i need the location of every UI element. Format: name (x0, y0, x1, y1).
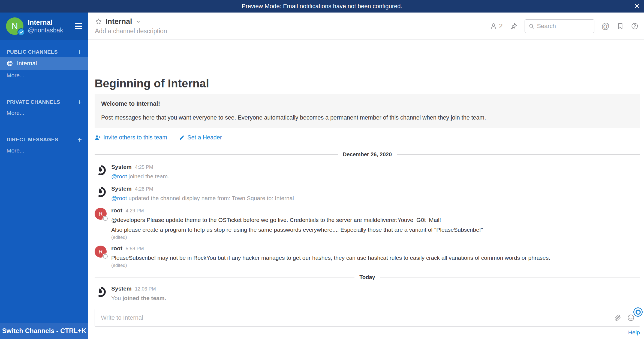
online-status-icon (17, 28, 25, 36)
message-time: 4:29 PM (126, 208, 144, 214)
offline-status-icon (103, 216, 108, 221)
channel-title[interactable]: Internal (106, 17, 132, 26)
message-author[interactable]: root (111, 245, 122, 252)
invite-others-label: Invite others to this team (103, 134, 167, 141)
system-avatar (95, 164, 107, 176)
message-text-bold: joined the team. (122, 295, 166, 301)
member-icon (490, 22, 497, 30)
tutorial-tip-icon[interactable] (633, 307, 643, 317)
message-row: R root 5:58 PM PleaseSubscribe! may not … (95, 242, 640, 270)
emoji-icon[interactable] (627, 314, 635, 322)
add-public-channel-icon[interactable]: + (77, 48, 82, 56)
system-avatar (95, 286, 107, 298)
mentions-icon[interactable]: @ (601, 22, 610, 31)
help-icon[interactable] (631, 22, 639, 30)
message-time: 12:06 PM (135, 286, 156, 292)
announcement-banner: Preview Mode: Email notifications have n… (0, 0, 644, 13)
message-text: joined the team. (127, 173, 169, 179)
more-direct-messages[interactable]: More... (0, 145, 88, 156)
channel-description-placeholder[interactable]: Add a channel description (95, 28, 490, 35)
mention-link[interactable]: @root (111, 173, 127, 179)
add-direct-message-icon[interactable]: + (77, 136, 82, 143)
channel-intro-title: Beginning of Internal (95, 77, 640, 90)
search-icon (529, 23, 534, 29)
message-row: R root 4:29 PM @developers Please update… (95, 204, 640, 242)
flagged-posts-icon[interactable] (617, 23, 624, 30)
message-text: PleaseSubscribe! may not be in RockYou b… (111, 254, 640, 262)
pin-icon[interactable] (510, 22, 517, 30)
channel-switcher-button[interactable]: Switch Channels - CTRL+K (0, 323, 88, 339)
chevron-down-icon[interactable] (136, 19, 141, 24)
mattermost-logo-icon (95, 286, 107, 298)
message-author[interactable]: System (111, 285, 132, 292)
pencil-icon (179, 135, 185, 141)
invite-others-link[interactable]: Invite others to this team (95, 134, 167, 141)
search-box[interactable] (525, 19, 594, 33)
user-avatar[interactable]: R (95, 246, 107, 258)
search-input[interactable] (537, 23, 590, 30)
public-channels-header: PUBLIC CHANNELS + (0, 47, 88, 57)
message-row: System 4:25 PM @root joined the team. (95, 161, 640, 183)
close-icon[interactable]: ✕ (634, 0, 640, 13)
message-text: You (111, 295, 122, 301)
globe-icon (7, 60, 13, 67)
message-area: Beginning of Internal Welcome to Interna… (88, 40, 644, 309)
message-time: 5:58 PM (126, 246, 144, 252)
announcement-banner-text: Preview Mode: Email notifications have n… (242, 3, 402, 10)
member-count-button[interactable]: 2 (490, 22, 502, 30)
set-header-link[interactable]: Set a Header (179, 134, 222, 141)
user-avatar[interactable]: R (95, 208, 107, 220)
help-link[interactable]: Help (628, 329, 640, 336)
mention-link[interactable]: @root (111, 195, 127, 201)
today-divider: Today (95, 274, 640, 280)
message-author[interactable]: System (111, 185, 132, 192)
message-composer[interactable] (95, 309, 640, 327)
direct-messages-label: DIRECT MESSAGES (7, 137, 77, 143)
sidebar-header[interactable]: N Internal @nontasbak (0, 13, 88, 40)
mattermost-logo-icon (95, 164, 107, 176)
composer-area: Help (88, 309, 644, 339)
message-author[interactable]: root (111, 207, 122, 214)
message-text: @developers Please update theme to the O… (111, 216, 640, 224)
invite-person-icon (95, 135, 101, 141)
message-time: 4:25 PM (135, 164, 153, 170)
private-channels-header: PRIVATE CHANNELS + (0, 97, 88, 107)
team-name: Internal (28, 18, 75, 26)
add-private-channel-icon[interactable]: + (77, 98, 82, 106)
welcome-title: Welcome to Internal! (101, 100, 633, 107)
message-row: System 12:06 PM You joined the team. (95, 283, 640, 304)
public-channels-label: PUBLIC CHANNELS (7, 49, 77, 55)
sidebar: N Internal @nontasbak PUBLIC CHANNELS + (0, 13, 88, 339)
direct-messages-header: DIRECT MESSAGES + (0, 135, 88, 145)
main-menu-icon[interactable] (75, 23, 82, 29)
team-avatar[interactable]: N (6, 17, 23, 35)
attachment-icon[interactable] (614, 314, 621, 321)
message-author[interactable]: System (111, 164, 132, 170)
channel-label: Internal (17, 60, 37, 67)
current-username: @nontasbak (28, 26, 75, 34)
message-time: 4:28 PM (135, 186, 153, 192)
more-private-channels[interactable]: More... (0, 107, 88, 119)
message-text: Also please create a program to help us … (111, 225, 640, 234)
channel-header: Internal Add a channel description 2 (88, 13, 644, 40)
favorite-star-icon[interactable] (95, 18, 102, 25)
date-divider-label: December 26, 2020 (338, 151, 397, 158)
date-divider: December 26, 2020 (95, 151, 640, 158)
system-avatar (95, 186, 107, 198)
private-channels-label: PRIVATE CHANNELS (7, 99, 77, 105)
today-divider-label: Today (354, 274, 380, 280)
edited-indicator: (edited) (111, 235, 640, 240)
sidebar-item-internal[interactable]: Internal (0, 57, 88, 70)
member-count-value: 2 (499, 22, 502, 30)
message-row: System 4:28 PM @root updated the channel… (95, 183, 640, 204)
edited-indicator: (edited) (111, 263, 640, 268)
channel-list: PUBLIC CHANNELS + Internal More... PRIVA… (0, 40, 88, 339)
welcome-body: Post messages here that you want everyon… (101, 114, 633, 121)
message-text: updated the channel display name from: T… (127, 195, 294, 201)
message-input[interactable] (101, 314, 614, 321)
offline-status-icon (103, 254, 108, 259)
more-public-channels[interactable]: More... (0, 70, 88, 81)
set-header-label: Set a Header (187, 134, 222, 141)
welcome-box: Welcome to Internal! Post messages here … (95, 94, 640, 128)
mattermost-logo-icon (95, 186, 107, 198)
